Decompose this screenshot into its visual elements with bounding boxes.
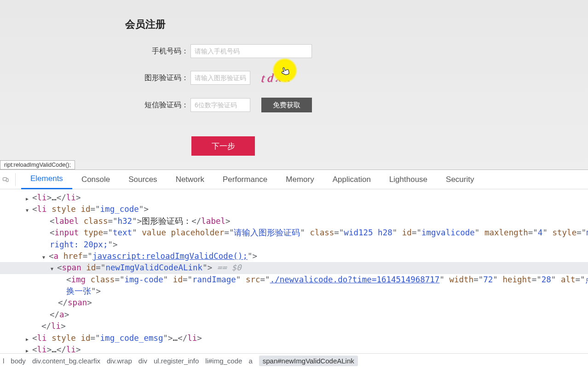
bc-body[interactable]: body xyxy=(11,357,26,365)
tab-performance[interactable]: Performance xyxy=(213,170,277,189)
tab-application[interactable]: Application xyxy=(323,170,380,189)
tab-security[interactable]: Security xyxy=(437,170,483,189)
status-tooltip: ript:reloadImgValidCode(); xyxy=(0,160,75,169)
bc-content[interactable]: div.content_bg.clearfix xyxy=(32,357,100,365)
tab-memory[interactable]: Memory xyxy=(277,170,323,189)
tab-console[interactable]: Console xyxy=(72,170,119,189)
bc-span[interactable]: span#newImgValidCodeALink xyxy=(259,356,358,366)
bc-wrap[interactable]: div.wrap xyxy=(107,357,132,365)
sms-input[interactable] xyxy=(190,98,250,112)
phone-row: 手机号码： xyxy=(125,44,588,58)
bc-ul[interactable]: ul.register_info xyxy=(154,357,199,365)
svg-rect-1 xyxy=(6,178,8,181)
next-button[interactable]: 下一步 xyxy=(191,136,255,156)
devtools-panel: Elements Console Sources Network Perform… xyxy=(0,169,588,368)
code-href: javascript:reloadImgValidCode(); xyxy=(92,251,248,261)
tab-network[interactable]: Network xyxy=(167,170,213,189)
bc-li[interactable]: li#img_code xyxy=(205,357,242,365)
tab-sources[interactable]: Sources xyxy=(119,170,166,189)
captcha-row: 图形验证码： tdxn xyxy=(125,71,588,85)
bc-a[interactable]: a xyxy=(248,357,252,365)
get-code-button[interactable]: 免费获取 xyxy=(261,98,312,112)
bc-div[interactable]: div xyxy=(138,357,147,365)
bc-l[interactable]: l xyxy=(3,357,4,365)
selection-marker: == $0 xyxy=(212,263,241,272)
elements-tree[interactable]: <li>…</li> <li style id="img_code"> <lab… xyxy=(0,189,588,353)
page-title: 会员注册 xyxy=(125,18,588,31)
registration-form-area: 会员注册 手机号码： 图形验证码： tdxn 短信验证码： 免费获取 下一步 注… xyxy=(0,0,588,169)
elements-breadcrumb[interactable]: l body div.content_bg.clearfix div.wrap … xyxy=(0,353,588,368)
captcha-image-link[interactable]: tdxn xyxy=(261,71,293,85)
sms-row: 短信验证码： 免费获取 xyxy=(125,98,588,112)
captcha-input[interactable] xyxy=(190,71,250,85)
phone-input[interactable] xyxy=(190,44,312,58)
code-label-text: 图形验证码： xyxy=(142,216,191,226)
device-toggle-icon[interactable] xyxy=(3,173,16,186)
tab-elements[interactable]: Elements xyxy=(21,170,72,189)
devtools-tabs: Elements Console Sources Network Perform… xyxy=(0,170,588,189)
code-img-src: ./newvalicode.do?time=1614514968717 xyxy=(270,275,440,284)
tab-lighthouse[interactable]: Lighthouse xyxy=(380,170,437,189)
captcha-label: 图形验证码： xyxy=(125,73,190,83)
phone-label: 手机号码： xyxy=(125,47,190,56)
selected-element-line[interactable]: <span id="newImgValidCodeALink"> == $0 xyxy=(0,262,588,274)
sms-label: 短信验证码： xyxy=(125,100,190,110)
